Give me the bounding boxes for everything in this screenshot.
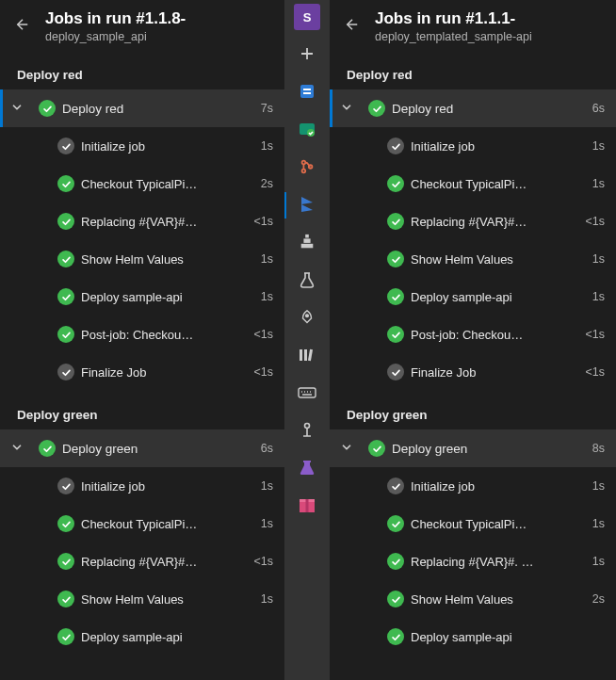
- arrow-left-icon: [344, 16, 361, 33]
- artifacts-icon: [300, 422, 315, 442]
- status-cell: [53, 364, 79, 380]
- status-green-icon: [387, 175, 404, 192]
- step-name: Checkout TypicalPi…: [79, 517, 253, 531]
- step-row[interactable]: Show Helm Values2s: [330, 580, 616, 618]
- expand-toggle[interactable]: [330, 441, 364, 457]
- job-row[interactable]: Deploy green8s: [330, 429, 616, 467]
- flask-tile[interactable]: [294, 456, 320, 482]
- status-cell: [34, 100, 60, 117]
- step-row[interactable]: Initialize job1s: [0, 467, 284, 505]
- step-duration: 1s: [585, 290, 605, 303]
- expand-toggle[interactable]: [0, 441, 34, 457]
- flask-icon: [299, 460, 316, 479]
- library-tile[interactable]: [294, 343, 320, 369]
- page-subtitle: deploy_sample_api: [45, 30, 273, 43]
- step-name: Deploy sample-api: [409, 630, 597, 644]
- boards-tile[interactable]: [294, 79, 320, 105]
- status-cell: [382, 288, 409, 305]
- step-row[interactable]: Post-job: Checkou…<1s: [330, 316, 616, 353]
- work-tile[interactable]: [294, 117, 320, 143]
- step-name: Post-job: Checkou…: [409, 328, 577, 342]
- step-row[interactable]: Show Helm Values1s: [330, 240, 616, 278]
- step-duration: 1s: [253, 139, 273, 153]
- step-row[interactable]: Checkout TypicalPi…1s: [330, 505, 616, 542]
- status-grey-icon: [57, 138, 74, 154]
- status-green-icon: [57, 251, 74, 267]
- job-row[interactable]: Deploy red7s: [0, 89, 284, 127]
- step-row[interactable]: Initialize job1s: [0, 127, 284, 165]
- step-row[interactable]: Deploy sample-api: [330, 618, 616, 656]
- step-row[interactable]: Checkout TypicalPi…1s: [330, 165, 616, 202]
- step-name: Post-job: Checkou…: [79, 328, 246, 342]
- work-icon: [298, 120, 316, 141]
- step-name: Show Helm Values: [409, 592, 585, 607]
- step-row[interactable]: Deploy sample-api: [0, 618, 284, 656]
- step-row[interactable]: Replacing #{VAR}#…<1s: [0, 202, 284, 240]
- step-duration: 1s: [253, 479, 273, 493]
- keyboard-tile[interactable]: [294, 380, 320, 407]
- back-button[interactable]: [11, 13, 34, 36]
- job-row[interactable]: Deploy red6s: [330, 89, 616, 127]
- status-green-icon: [57, 326, 74, 343]
- status-cell: [53, 213, 79, 230]
- step-name: Deploy sample-api: [79, 290, 253, 304]
- add-tile[interactable]: [294, 41, 320, 68]
- step-row[interactable]: Deploy sample-api1s: [330, 278, 616, 316]
- step-row[interactable]: Finalize Job<1s: [330, 353, 616, 391]
- job-name: Deploy green: [60, 442, 253, 456]
- step-name: Show Helm Values: [409, 252, 585, 267]
- page-title: Jobs in run #1.1.8-: [45, 9, 273, 28]
- step-duration: 1s: [585, 479, 605, 493]
- step-row[interactable]: Show Helm Values1s: [0, 240, 284, 278]
- status-cell: [382, 138, 409, 154]
- step-duration: 1s: [253, 290, 273, 303]
- rocket-icon: [299, 309, 316, 329]
- status-cell: [53, 591, 79, 607]
- step-duration: 1s: [585, 517, 605, 530]
- status-green-icon: [387, 326, 404, 343]
- status-cell: [53, 515, 79, 532]
- status-green-icon: [39, 440, 56, 457]
- job-row[interactable]: Deploy green6s: [0, 429, 284, 467]
- status-cell: [382, 515, 409, 532]
- test-plans-tile[interactable]: [294, 267, 320, 294]
- step-name: Checkout TypicalPi…: [409, 177, 585, 191]
- step-row[interactable]: Finalize Job<1s: [0, 353, 284, 391]
- step-row[interactable]: Replacing #{VAR}#…<1s: [330, 202, 616, 240]
- repos-tile[interactable]: [294, 154, 320, 181]
- status-green-icon: [387, 515, 404, 532]
- svg-rect-2: [303, 92, 311, 94]
- artifacts-tile[interactable]: [294, 418, 320, 445]
- status-cell: [53, 553, 79, 570]
- pipelines-tile[interactable]: [294, 192, 320, 219]
- status-green-icon: [57, 288, 74, 305]
- back-button[interactable]: [341, 13, 364, 36]
- step-row[interactable]: Post-job: Checkou…<1s: [0, 316, 284, 353]
- svg-rect-9: [303, 238, 310, 243]
- rocket-tile[interactable]: [294, 305, 320, 332]
- package-tile[interactable]: [294, 494, 320, 520]
- step-row[interactable]: Checkout TypicalPi…2s: [0, 165, 284, 202]
- status-green-icon: [387, 553, 404, 570]
- status-green-icon: [387, 213, 404, 230]
- keyboard-icon: [298, 387, 316, 401]
- status-cell: [382, 364, 409, 380]
- job-duration: 8s: [585, 442, 605, 455]
- arrow-left-icon: [14, 16, 31, 33]
- step-row[interactable]: Replacing #{VAR}#. …1s: [330, 542, 616, 580]
- step-row[interactable]: Show Helm Values1s: [0, 580, 284, 618]
- step-row[interactable]: Replacing #{VAR}#…<1s: [0, 542, 284, 580]
- environments-tile[interactable]: [294, 230, 320, 256]
- status-cell: [53, 326, 79, 343]
- expand-toggle[interactable]: [0, 101, 34, 117]
- step-row[interactable]: Checkout TypicalPi…1s: [0, 505, 284, 542]
- teams-tile[interactable]: S: [294, 4, 320, 30]
- step-name: Replacing #{VAR}#…: [79, 555, 246, 569]
- step-row[interactable]: Initialize job1s: [330, 127, 616, 165]
- status-green-icon: [387, 628, 404, 645]
- step-row[interactable]: Initialize job1s: [330, 467, 616, 505]
- expand-toggle[interactable]: [330, 101, 364, 117]
- title-block: Jobs in run #1.1.8- deploy_sample_api: [45, 9, 273, 43]
- svg-rect-12: [300, 349, 302, 361]
- step-row[interactable]: Deploy sample-api1s: [0, 278, 284, 316]
